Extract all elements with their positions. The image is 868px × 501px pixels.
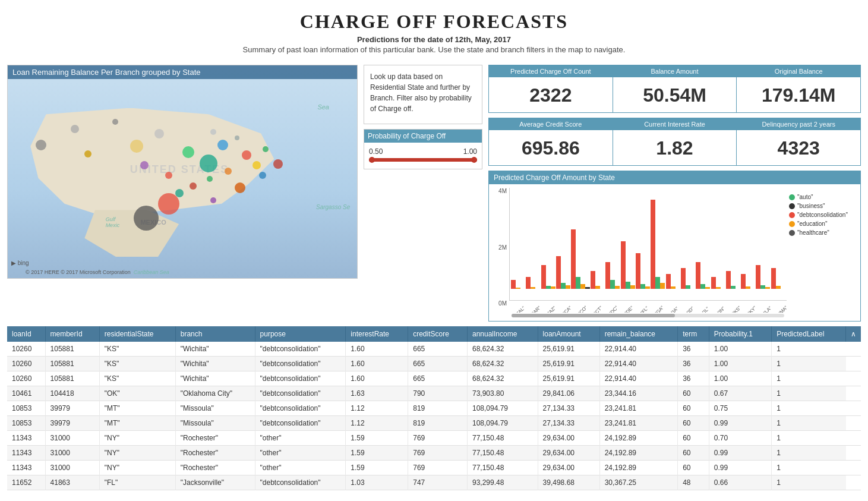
col-header-PredictedLabel[interactable]: PredictedLabel — [772, 326, 846, 342]
map-bubble-19[interactable] — [235, 182, 245, 193]
chart-body: 4M 2M 0M "AL""AR""AZ""CA""CO""CT""DC""DE… — [489, 184, 860, 321]
x-label-4: "CO" — [575, 303, 593, 313]
bar-segment — [705, 287, 710, 289]
table-cell-2-4: "debtconsolidation" — [255, 371, 346, 386]
yaxis-0m: 0M — [491, 300, 507, 307]
map-bubble-3[interactable] — [112, 119, 118, 125]
bar-segment — [666, 274, 671, 289]
table-cell-1-1: 105881 — [45, 357, 99, 371]
table-cell-6-10: 60 — [678, 431, 709, 446]
bar-group-12 — [696, 262, 710, 289]
chart-scroll-thumb[interactable] — [512, 314, 675, 317]
map-panel[interactable]: Loan Remaining Balance Per Branch groupe… — [7, 65, 358, 279]
bar-group-3 — [556, 256, 570, 289]
map-bubble-21[interactable] — [273, 159, 283, 169]
map-bubble-10[interactable] — [217, 140, 228, 150]
probability-slider[interactable] — [369, 158, 477, 162]
bar-segment — [556, 256, 561, 289]
bar-group-13 — [711, 277, 725, 289]
col-header-annualIncome[interactable]: annualIncome — [467, 326, 538, 342]
table-cell-1-8: 25,619.91 — [538, 357, 599, 371]
bar-group-8 — [636, 253, 650, 289]
x-label-0: "AL" — [514, 303, 532, 313]
chart-yaxis: 4M 2M 0M — [491, 188, 509, 319]
table-cell-3-7: 73,903.80 — [467, 386, 538, 401]
table-cell-6-8: 29,634.00 — [538, 431, 599, 446]
table-cell-0-12: 1 — [772, 342, 846, 357]
table-cell-5-8: 27,134.33 — [538, 416, 599, 431]
map-bubble-23[interactable] — [134, 206, 159, 231]
table-row: 10461104418"OK""Oklahoma City""debtconso… — [7, 386, 861, 401]
chart-title: Predicted Charge Off Amount by State — [489, 171, 860, 184]
table-cell-9-8: 39,498.68 — [538, 475, 599, 490]
probability-slider-handle-right[interactable] — [471, 157, 477, 163]
table-cell-4-10: 60 — [678, 401, 709, 416]
scroll-col[interactable]: ∧ — [846, 326, 861, 342]
map-bubble-7[interactable] — [165, 172, 172, 179]
table-section: loanIdmemberIdresidentialStatebranchpurp… — [0, 326, 868, 497]
col-header-remain_balance[interactable]: remain_balance — [599, 326, 677, 342]
table-cell-3-12: 1 — [772, 386, 846, 401]
table-cell-6-2: "NY" — [99, 431, 175, 446]
map-bubble-4[interactable] — [130, 140, 143, 153]
map-bubble-18[interactable] — [210, 197, 216, 203]
table-cell-0-5: 1.60 — [346, 342, 408, 357]
table-cell-1-11: 1.00 — [709, 357, 771, 371]
right-panel: Predicted Charge Off Count 2322 Balance … — [488, 65, 861, 322]
map-bubble-16[interactable] — [175, 189, 184, 197]
col-header-branch[interactable]: branch — [175, 326, 255, 342]
bar-segment — [716, 287, 721, 289]
bar-group-10 — [666, 274, 680, 289]
legend-label-0: "auto" — [797, 194, 813, 200]
data-table: loanIdmemberIdresidentialStatebranchpurp… — [7, 326, 861, 490]
kpi-value-count: 2322 — [489, 77, 613, 112]
col-header-interestRate[interactable]: interestRate — [346, 326, 408, 342]
col-header-creditScore[interactable]: creditScore — [408, 326, 468, 342]
col-header-loanId[interactable]: loanId — [7, 326, 45, 342]
probability-range: 0.50 1.00 — [369, 147, 477, 156]
table-cell-2-5: 1.60 — [346, 371, 408, 386]
bar-segment — [591, 271, 595, 289]
table-cell-5-10: 60 — [678, 416, 709, 431]
table-cell-9-1: 41863 — [45, 475, 99, 490]
map-bubble-1[interactable] — [71, 125, 79, 133]
bar-segment — [576, 277, 580, 289]
col-header-loanAmount[interactable]: loanAmount — [538, 326, 599, 342]
map-bubble-8[interactable] — [182, 146, 194, 158]
bar-segment — [700, 284, 705, 289]
bar-segment — [626, 282, 630, 289]
table-cell-6-11: 0.70 — [709, 431, 771, 446]
col-header-residentialState[interactable]: residentialState — [99, 326, 175, 342]
col-header-term[interactable]: term — [678, 326, 709, 342]
map-bubble-13[interactable] — [252, 161, 261, 169]
table-row: 10260105881"KS""Wichita""debtconsolidati… — [7, 357, 861, 371]
probability-slider-handle[interactable] — [369, 157, 375, 163]
table-cell-1-3: "Wichita" — [175, 357, 255, 371]
table-cell-9-5: 1.03 — [346, 475, 408, 490]
table-cell-9-0: 11652 — [7, 475, 45, 490]
bar-segment — [686, 285, 690, 289]
table-cell-8-4: "other" — [255, 461, 346, 475]
legend-item-3: "education" — [789, 220, 856, 227]
bar-segment — [756, 265, 760, 289]
map-bubble-17[interactable] — [158, 193, 179, 215]
bar-segment — [711, 277, 716, 289]
table-cell-0-3: "Wichita" — [175, 342, 255, 357]
table-cell-9-2: "FL" — [99, 475, 175, 490]
map-bubble-20[interactable] — [259, 172, 266, 179]
kpi-value-orig-balance: 179.14M — [737, 77, 860, 112]
table-cell-3-6: 790 — [408, 386, 468, 401]
chart-scrollbar[interactable] — [512, 314, 784, 317]
table-cell-2-12: 1 — [772, 371, 846, 386]
bar-segment — [561, 283, 566, 289]
table-cell-8-2: "NY" — [99, 461, 175, 475]
map-bubble-15[interactable] — [190, 182, 197, 190]
map-bubble-11[interactable] — [225, 168, 232, 175]
col-header-purpose[interactable]: purpose — [255, 326, 346, 342]
table-row: 1134331000"NY""Rochester""other"1.597697… — [7, 461, 861, 475]
probability-box[interactable]: Probability of Charge Off 0.50 1.00 — [364, 129, 482, 169]
col-header-memberId[interactable]: memberId — [45, 326, 99, 342]
col-header-Probability.1[interactable]: Probability.1 — [709, 326, 771, 342]
table-cell-3-1: 104418 — [45, 386, 99, 401]
x-label-7: "DE" — [621, 303, 639, 313]
